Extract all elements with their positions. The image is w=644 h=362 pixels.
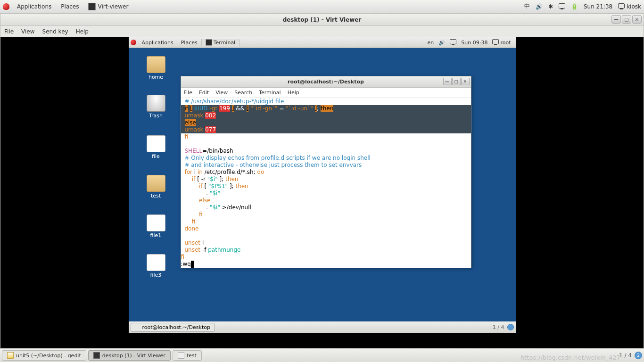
clock[interactable]: Sun 21:38 xyxy=(584,3,612,10)
desktop-icon-file[interactable]: file xyxy=(143,135,169,159)
code-comment: # Only display echos from profile.d scri… xyxy=(185,155,371,161)
code-var: SHELL xyxy=(185,148,203,154)
guest-task-terminal[interactable]: root@localhost:~/Desktop xyxy=(131,323,215,332)
code-comment: # /usr/share/doc/setup-*/uidgid file xyxy=(185,98,284,105)
terminal-window: root@localhost:~/Desktop — ▢ ✕ File Edit… xyxy=(181,76,471,268)
guest-menu-places[interactable]: Places xyxy=(177,40,201,46)
term-menu-view[interactable]: View xyxy=(215,90,228,96)
network-icon[interactable] xyxy=(450,39,456,46)
close-button[interactable]: ✕ xyxy=(632,15,642,24)
terminal-menubar: File Edit View Search Terminal Help xyxy=(181,88,471,98)
terminal-title: root@localhost:~/Desktop xyxy=(288,79,364,85)
minimize-button[interactable]: — xyxy=(443,78,452,85)
virt-viewer-menubar: File View Send key Help xyxy=(0,26,644,37)
volume-icon[interactable]: 🔊 xyxy=(438,40,445,46)
taskbar-app-virtviewer[interactable]: Virt-viewer xyxy=(83,3,133,10)
term-menu-help[interactable]: Help xyxy=(288,90,299,96)
icon-label: home xyxy=(149,74,163,80)
menu-help[interactable]: Help xyxy=(76,28,89,35)
host-top-panel: Applications Places Virt-viewer 中 🔊 ✱ 🔋 … xyxy=(0,0,644,13)
terminal-content[interactable]: # /usr/share/doc/setup-*/uidgid file if … xyxy=(181,98,471,268)
desktop-icon-test[interactable]: test xyxy=(143,175,169,199)
bluetooth-icon[interactable]: ✱ xyxy=(548,3,553,10)
desktop-icon-trash[interactable]: Trash xyxy=(143,95,169,119)
window-titlebar[interactable]: desktop (1) - Virt Viewer — ▢ ✕ xyxy=(0,14,644,26)
app-button-label: Terminal xyxy=(214,40,236,46)
folder-icon xyxy=(147,175,165,192)
battery-icon[interactable]: 🔋 xyxy=(571,3,578,10)
file-icon xyxy=(147,135,165,152)
icon-label: Trash xyxy=(149,113,163,119)
guest-display-area: Applications Places Terminal en 🔊 Sun 09… xyxy=(0,37,644,348)
term-menu-file[interactable]: File xyxy=(184,90,192,96)
gedit-icon xyxy=(7,352,14,359)
network-icon[interactable] xyxy=(559,3,565,10)
task-label: unit5 (~/Desktop) - gedit xyxy=(16,353,81,359)
cursor: . xyxy=(191,261,194,268)
system-tray: 中 🔊 ✱ 🔋 Sun 21:38 kiosk xyxy=(524,2,641,10)
redhat-icon xyxy=(131,40,136,45)
code-keyword: fi xyxy=(185,133,189,140)
guest-system-tray: en 🔊 Sun 09:38 root xyxy=(428,39,514,46)
terminal-titlebar[interactable]: root@localhost:~/Desktop — ▢ ✕ xyxy=(181,76,471,88)
menu-applications[interactable]: Applications xyxy=(12,3,56,10)
workspace-indicator-label: 1 / 4 xyxy=(493,324,504,330)
menu-view[interactable]: View xyxy=(21,28,34,35)
code-line-highlight: umask 077 xyxy=(181,126,471,133)
redhat-icon xyxy=(3,3,9,10)
file-icon xyxy=(147,254,165,271)
code-text: =/bin/bash xyxy=(202,148,233,154)
icon-label: file xyxy=(152,153,160,159)
virt-viewer-icon xyxy=(93,352,100,359)
vim-command: :wq xyxy=(181,261,191,267)
menu-sendkey[interactable]: Send key xyxy=(42,28,68,35)
trash-icon xyxy=(147,95,165,112)
term-menu-terminal[interactable]: Terminal xyxy=(259,90,281,96)
window-title: desktop (1) - Virt Viewer xyxy=(283,16,362,23)
host-bottom-taskbar: unit5 (~/Desktop) - gedit desktop (1) - … xyxy=(0,348,644,362)
terminal-icon xyxy=(206,39,212,46)
folder-icon xyxy=(147,56,165,73)
close-button[interactable]: ✕ xyxy=(461,78,470,85)
file-icon xyxy=(147,214,165,231)
volume-icon[interactable]: 🔊 xyxy=(536,3,543,10)
maximize-button[interactable]: ▢ xyxy=(622,15,631,24)
task-label: desktop (1) - Virt Viewer xyxy=(102,353,165,359)
task-label: root@localhost:~/Desktop xyxy=(142,324,210,330)
term-menu-search[interactable]: Search xyxy=(234,90,252,96)
desktop-icon-home[interactable]: home xyxy=(143,56,169,80)
icon-label: file3 xyxy=(150,272,162,278)
input-method-indicator[interactable]: 中 xyxy=(524,2,530,10)
app-button-label: Virt-viewer xyxy=(98,3,128,10)
maximize-button[interactable]: ▢ xyxy=(452,78,461,85)
term-menu-edit[interactable]: Edit xyxy=(199,90,209,96)
task-virt-viewer[interactable]: desktop (1) - Virt Viewer xyxy=(88,350,171,361)
code-line-highlight: else xyxy=(181,119,471,126)
guest-menu-applications[interactable]: Applications xyxy=(138,40,177,46)
workspace-switcher-icon[interactable] xyxy=(507,324,514,330)
menu-places[interactable]: Places xyxy=(56,3,83,10)
icon-label: file1 xyxy=(150,232,162,239)
code-comment: # and interactive - otherwise just proce… xyxy=(185,162,362,168)
task-label: test xyxy=(187,353,197,359)
keyboard-layout-indicator[interactable]: en xyxy=(428,40,434,46)
desktop-icon-file1[interactable]: file1 xyxy=(143,214,169,239)
guest-user-menu[interactable]: root xyxy=(492,39,511,46)
code-line-highlight: if [ $UID -gt 199 ] && [ "`id -gn`" = "`… xyxy=(181,105,471,112)
workspace-switcher-icon[interactable]: 2 xyxy=(635,352,642,359)
guest-clock[interactable]: Sun 09:38 xyxy=(461,40,487,46)
host-workspace-label: 1 / 4 xyxy=(619,352,632,359)
task-gedit[interactable]: unit5 (~/Desktop) - gedit xyxy=(2,350,86,361)
user-menu[interactable]: kiosk xyxy=(618,3,641,10)
menu-file[interactable]: File xyxy=(4,28,14,35)
desktop-icon-file3[interactable]: file3 xyxy=(143,254,169,278)
task-test[interactable]: test xyxy=(173,350,202,361)
minimize-button[interactable]: — xyxy=(611,15,621,24)
guest-desktop[interactable]: Applications Places Terminal en 🔊 Sun 09… xyxy=(129,37,516,333)
guest-taskbar-app-terminal[interactable]: Terminal xyxy=(201,39,240,46)
terminal-icon xyxy=(88,3,96,10)
terminal-icon xyxy=(135,324,140,330)
window-icon xyxy=(178,352,184,359)
guest-bottom-panel: root@localhost:~/Desktop 1 / 4 xyxy=(129,321,516,333)
code-line-highlight: umask 002 xyxy=(181,112,471,119)
